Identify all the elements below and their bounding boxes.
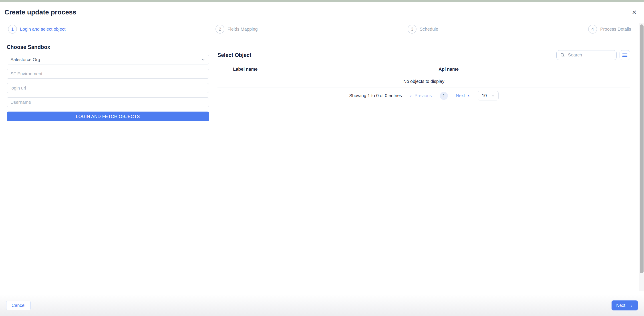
page-size-select[interactable]: 10 [478, 91, 498, 100]
salesforce-org-select-value: Salesforce Org [10, 57, 40, 62]
page-number-button[interactable]: 1 [440, 92, 448, 100]
sf-environment-input[interactable] [7, 69, 209, 79]
column-menu-button[interactable] [620, 50, 630, 60]
step-number-badge: 1 [8, 25, 17, 33]
step-number-badge: 2 [216, 25, 224, 33]
step-label: Schedule [420, 27, 438, 32]
sandbox-login-form: Choose Sandbox Salesforce Org LOGIN AND … [7, 44, 209, 121]
table-empty-message: No objects to display [218, 75, 630, 87]
dialog-footer: Cancel Next → [0, 295, 644, 316]
table-divider [218, 87, 630, 88]
column-header-label-name: Label name [233, 66, 258, 71]
step-number-badge: 4 [588, 25, 597, 33]
step-login-and-select-object[interactable]: 1 Login and select object [8, 25, 66, 33]
table-tools [556, 50, 630, 60]
next-button-label: Next [616, 303, 625, 308]
step-fields-mapping[interactable]: 2 Fields Mapping [216, 25, 258, 33]
page-top-strip [0, 0, 644, 2]
cancel-button[interactable]: Cancel [6, 301, 31, 310]
column-header-api-name: Api name [438, 66, 458, 71]
next-label: Next [456, 93, 465, 98]
objects-table-header: Label name Api name [218, 63, 630, 75]
select-object-panel: Select Object Label name Api name [218, 47, 630, 100]
chevron-left-icon: ‹ [410, 94, 412, 98]
hamburger-menu-icon [622, 53, 628, 57]
step-label: Fields Mapping [228, 27, 258, 32]
username-input[interactable] [7, 97, 209, 107]
chevron-down-icon [201, 57, 206, 62]
step-schedule[interactable]: 3 Schedule [408, 25, 438, 33]
choose-sandbox-heading: Choose Sandbox [7, 44, 209, 50]
arrow-right-icon: → [628, 303, 633, 308]
stepper-connector [264, 29, 402, 29]
chevron-right-icon: › [468, 94, 470, 98]
page-size-value: 10 [482, 93, 487, 98]
login-and-fetch-objects-button[interactable]: LOGIN AND FETCH OBJECTS [7, 112, 209, 121]
login-url-input[interactable] [7, 83, 209, 93]
select-object-heading: Select Object [218, 52, 251, 58]
previous-page-button[interactable]: ‹ Previous [410, 93, 432, 98]
next-page-button[interactable]: Next › [456, 93, 470, 98]
search-input[interactable] [568, 52, 613, 57]
object-search [556, 50, 617, 60]
chevron-down-icon [491, 94, 495, 98]
close-icon: ✕ [632, 9, 637, 16]
step-process-details[interactable]: 4 Process Details [588, 25, 631, 33]
vertical-scrollbar-track[interactable] [639, 23, 644, 291]
select-object-header: Select Object [218, 47, 630, 63]
vertical-scrollbar-thumb[interactable] [640, 24, 644, 273]
close-button[interactable]: ✕ [629, 7, 639, 17]
stepper-connector [444, 29, 582, 29]
next-button[interactable]: Next → [612, 301, 638, 311]
step-number-badge: 3 [408, 25, 416, 33]
search-icon [560, 52, 565, 58]
table-pagination: Showing 1 to 0 of 0 entries ‹ Previous 1… [218, 91, 630, 100]
pagination-summary: Showing 1 to 0 of 0 entries [349, 93, 402, 98]
create-update-process-dialog: Create update process ✕ 1 Login and sele… [0, 0, 644, 316]
page-title: Create update process [4, 8, 76, 16]
step-label: Login and select object [20, 27, 66, 32]
salesforce-org-select[interactable]: Salesforce Org [7, 55, 209, 64]
stepper-connector [72, 29, 210, 29]
wizard-stepper: 1 Login and select object 2 Fields Mappi… [8, 25, 631, 33]
step-label: Process Details [600, 27, 631, 32]
previous-label: Previous [414, 93, 432, 98]
